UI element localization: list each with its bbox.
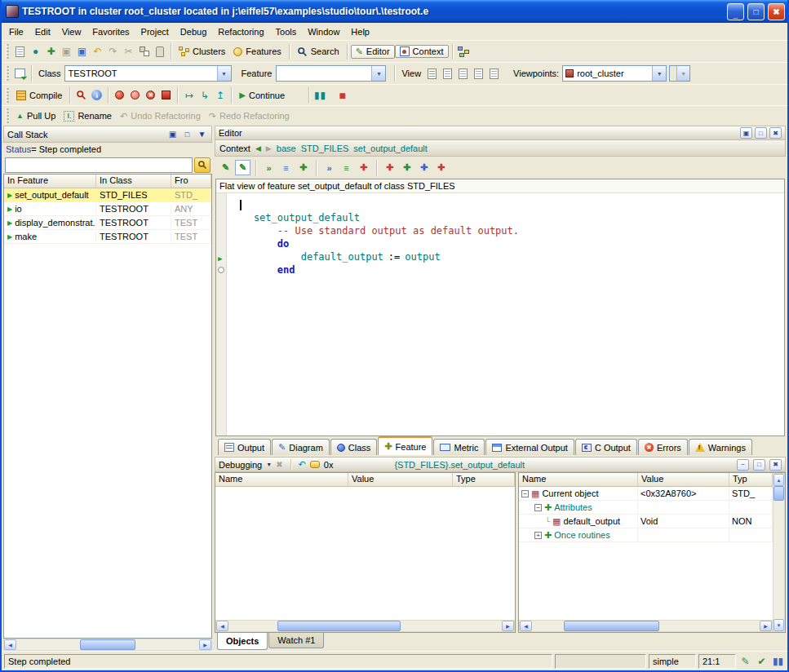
class-tree-icon[interactable]: ✚ [433, 160, 449, 175]
class-dropdown-icon[interactable]: ▼ [217, 66, 231, 81]
maximize-panel-icon[interactable]: □ [181, 126, 193, 142]
undock-panel-icon[interactable]: ▣ [740, 127, 752, 139]
column-header[interactable]: Typ [729, 473, 773, 486]
rename-button[interactable]: I. Rename [60, 109, 116, 123]
descendants-icon[interactable]: ≡ [339, 160, 354, 175]
scroll-left-icon[interactable]: ◀ [520, 621, 532, 631]
step-by-step-icon[interactable]: ↦ [181, 87, 197, 103]
redo-icon[interactable]: ↷ [105, 44, 121, 60]
column-header[interactable]: Name [519, 473, 638, 486]
close-tool-icon[interactable]: ✖ [276, 460, 282, 469]
call-stack-hscrollbar[interactable]: ◀ ▶ [3, 639, 212, 651]
tab-feature[interactable]: ✚Feature [378, 436, 432, 455]
tab-warnings[interactable]: !Warnings [689, 439, 752, 455]
scroll-up-icon[interactable]: ▲ [773, 474, 784, 486]
view-flat-icon[interactable] [455, 66, 471, 82]
view-basic-icon[interactable] [424, 66, 440, 82]
save-call-stack-icon[interactable]: ▣ [166, 126, 179, 142]
undo-refactoring-button[interactable]: ↶ Undo Refactoring [116, 109, 205, 123]
code-editor[interactable]: ▶ set_output_default -- Use standard out… [216, 193, 784, 435]
drop-stack-icon[interactable]: ▼ [196, 126, 208, 142]
menu-edit[interactable]: Edit [29, 24, 56, 39]
call-stack-row[interactable]: ▶io TESTROOT ANY [4, 202, 211, 216]
scroll-down-icon[interactable]: ▼ [773, 619, 784, 631]
feature-combobox[interactable]: ▼ [276, 65, 386, 82]
save-all-icon[interactable]: ▣ [74, 44, 90, 60]
call-stack-search-button[interactable] [194, 157, 211, 173]
objects-hscrollbar[interactable]: ◀ ▶ [519, 620, 773, 632]
save-icon[interactable]: ▣ [59, 44, 74, 60]
remove-breakpoints-icon[interactable]: ✖ [143, 87, 158, 103]
step-into-icon[interactable]: ↳ [197, 87, 212, 103]
column-header[interactable]: Name [215, 473, 348, 486]
step-out-icon[interactable]: ↥ [212, 87, 228, 103]
inheritance-tree-icon[interactable]: ✚ [382, 160, 397, 175]
menu-help[interactable]: Help [345, 24, 375, 39]
scroll-left-icon[interactable]: ◀ [216, 621, 228, 631]
column-header[interactable]: Value [348, 473, 453, 486]
clusters-button[interactable]: Clusters [175, 45, 229, 58]
viewpoint-extra-combobox[interactable]: ▼ [669, 65, 690, 82]
call-stack-row[interactable]: ▶make TESTROOT TEST [4, 230, 211, 244]
stop-icon[interactable]: ■ [335, 87, 350, 103]
toolbar-grip[interactable] [6, 66, 9, 81]
toolbar-grip[interactable] [6, 44, 9, 59]
tab-class[interactable]: Class [330, 439, 378, 455]
menu-refactoring[interactable]: Refactoring [212, 24, 269, 39]
locals-hscrollbar[interactable]: ◀ ▶ [215, 620, 515, 632]
tab-external-output[interactable]: External Output [485, 439, 574, 455]
features-button[interactable]: Features [229, 45, 285, 58]
close-panel-icon[interactable]: ✖ [769, 459, 782, 471]
collapse-icon[interactable]: − [534, 504, 542, 511]
implementers-icon[interactable]: ✚ [295, 160, 311, 175]
breakpoint-slot-icon[interactable] [218, 267, 224, 273]
debug-search-icon[interactable] [73, 87, 89, 103]
pause-icon[interactable]: ▮▮ [312, 87, 328, 103]
column-header[interactable]: Value [638, 473, 729, 486]
breadcrumb-class[interactable]: STD_FILES [301, 144, 349, 153]
maximize-panel-icon[interactable]: □ [753, 459, 765, 471]
object-tree-row[interactable]: └▦default_output Void NON [519, 515, 773, 528]
call-stack-row[interactable]: ▶display_demonstrat... TESTROOT TEST [4, 216, 211, 230]
column-header[interactable]: Type [453, 473, 515, 486]
breakpoint-gutter[interactable] [216, 193, 227, 435]
maximize-button[interactable]: □ [747, 3, 765, 20]
add-item-icon[interactable]: ✚ [43, 44, 59, 60]
tab-diagram[interactable]: ✎Diagram [272, 439, 330, 455]
context-toggle-button[interactable]: Context [395, 45, 449, 58]
minimize-panel-icon[interactable]: − [737, 459, 749, 471]
menu-debug[interactable]: Debug [175, 24, 212, 39]
maximize-panel-icon[interactable]: □ [755, 127, 767, 139]
routine-flat-icon[interactable]: ✚ [416, 160, 432, 175]
scroll-right-icon[interactable]: ▶ [760, 621, 772, 631]
cut-icon[interactable]: ✂ [121, 44, 136, 60]
object-tree-row[interactable]: −✚Attributes [519, 501, 773, 515]
new-document-icon[interactable] [12, 44, 28, 60]
editor-toggle-button[interactable]: ✎ Editor [351, 45, 395, 59]
callees-icon[interactable]: ≡ [278, 160, 294, 175]
open-file-icon[interactable]: ● [28, 44, 43, 60]
collapse-icon[interactable]: − [521, 490, 529, 497]
debugging-header[interactable]: Debugging ▼ ✖ ↶ 0x {STD_FILES}.set_outpu… [215, 457, 786, 472]
scroll-thumb[interactable] [773, 486, 784, 501]
debugging-menu-icon[interactable]: ▼ [266, 462, 272, 467]
scroll-left-icon[interactable]: ◀ [4, 639, 16, 650]
breadcrumb-cluster[interactable]: base [277, 144, 296, 153]
hex-display-icon[interactable] [310, 461, 320, 468]
tab-output[interactable]: Output [218, 439, 271, 455]
titlebar[interactable]: TESTROOT in cluster root_cluster located… [2, 0, 787, 23]
clients-tree-icon[interactable]: ✚ [399, 160, 414, 175]
continue-button[interactable]: ▶ Continue [235, 89, 289, 102]
tab-watch-1[interactable]: Watch #1 [268, 633, 324, 648]
view-contract-icon[interactable] [471, 66, 486, 82]
scroll-right-icon[interactable]: ▶ [199, 639, 211, 650]
redo-refactoring-button[interactable]: ↷ Redo Refactoring [205, 109, 294, 123]
disable-breakpoints-icon[interactable] [127, 87, 143, 103]
info-icon[interactable]: i [89, 87, 104, 103]
minimize-button[interactable]: _ [727, 3, 744, 20]
edit-feature-icon[interactable]: ✎ [218, 160, 233, 175]
class-combobox[interactable]: TESTROOT ▼ [64, 65, 232, 82]
suppliers-icon[interactable]: ✚ [356, 160, 371, 175]
call-stack-row[interactable]: ▶set_output_default STD_FILES STD_ [4, 188, 211, 202]
breadcrumb-feature[interactable]: set_output_default [353, 144, 428, 153]
